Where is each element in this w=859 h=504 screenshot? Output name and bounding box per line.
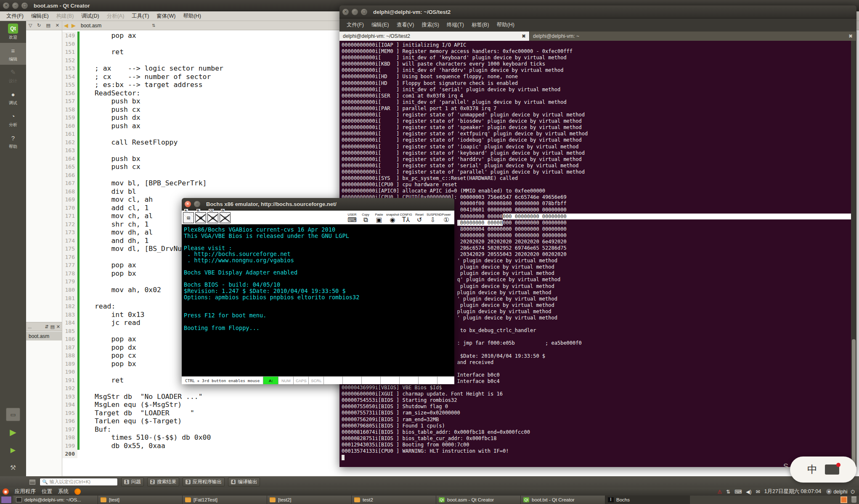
open-document-item[interactable]: boot.asm bbox=[26, 332, 62, 340]
taskbar-button[interactable]: [Fat12Test] bbox=[183, 496, 267, 504]
sync-icon[interactable]: ↻ bbox=[37, 23, 41, 28]
workspace-switcher[interactable] bbox=[1, 496, 12, 504]
menu-item[interactable]: 标签(B) bbox=[468, 20, 493, 30]
kit-selector[interactable]: ▭ bbox=[0, 406, 26, 423]
cdrom-icon[interactable]: ◎CD bbox=[207, 212, 218, 223]
menu-item[interactable]: 窗体(W) bbox=[153, 11, 179, 21]
taskbar-button[interactable]: IBochs bbox=[605, 496, 690, 504]
close-tab-icon[interactable]: ✖ bbox=[522, 33, 526, 39]
sidebar-item-edit-document[interactable]: ≡编辑 bbox=[0, 43, 26, 65]
sidebar-item-help-circle[interactable]: ?帮助 bbox=[0, 130, 26, 152]
minimize-icon[interactable]: − bbox=[194, 201, 200, 207]
panel-clock[interactable]: 1月27日星期六 08:07:04 bbox=[764, 488, 822, 495]
menu-item[interactable]: 终端(T) bbox=[443, 20, 468, 30]
taskbar-button[interactable]: Qtboot.asm - Qt Creator bbox=[436, 496, 521, 504]
trash-icon[interactable] bbox=[851, 496, 856, 503]
menu-item[interactable]: 搜索(S) bbox=[418, 20, 443, 30]
close-icon[interactable]: ✕ bbox=[342, 9, 349, 15]
chevron-updown-icon[interactable]: ⇅ bbox=[152, 23, 155, 28]
taskbar-button[interactable]: [test2] bbox=[267, 496, 352, 504]
output-pane-button-2[interactable]: 2搜索结果 bbox=[147, 478, 180, 486]
menu-item[interactable]: 文件(F) bbox=[343, 20, 368, 30]
maximize-icon[interactable]: ▢ bbox=[361, 9, 367, 15]
power-button[interactable]: Power① bbox=[440, 213, 453, 223]
sidebar-item-debug-bug[interactable]: ●调试 bbox=[0, 87, 26, 108]
terminal-tab[interactable]: delphi@delphi-vm: ~/OS/test2✖ bbox=[339, 32, 530, 41]
menu-item[interactable]: 编辑(E) bbox=[368, 20, 393, 30]
debug-run-button[interactable]: ▶ bbox=[0, 441, 26, 459]
sort-icon[interactable]: ⇵ bbox=[45, 324, 48, 330]
forward-icon[interactable]: ▶ bbox=[72, 22, 76, 29]
terminal-row: 00000754553i[BIOS ] Starting rombios32 bbox=[342, 397, 851, 404]
software-center-icon[interactable] bbox=[840, 496, 847, 503]
user-button[interactable]: USER⌨ bbox=[346, 213, 358, 223]
sidebar-item-qt-logo[interactable]: Qt欢迎 bbox=[0, 21, 26, 43]
taskbar-button[interactable]: test2 bbox=[352, 496, 436, 504]
build-button[interactable]: ⚒ bbox=[0, 459, 26, 476]
power-icon[interactable]: ⏻ bbox=[851, 489, 855, 495]
menu-item[interactable]: 工具(T) bbox=[128, 11, 153, 21]
close-pane-icon[interactable]: ✕ bbox=[56, 23, 59, 28]
taskbar-button[interactable]: [test] bbox=[98, 496, 183, 504]
suspend-button[interactable]: SUSPEND⇩ bbox=[427, 213, 439, 223]
menu-item[interactable]: 帮助(H) bbox=[179, 11, 204, 21]
paste-button[interactable]: Paste▣ bbox=[373, 213, 385, 223]
taskbar-button[interactable]: delphi@delphi-vm: ~/OS... bbox=[13, 496, 98, 504]
close-icon[interactable]: ✕ bbox=[185, 201, 191, 207]
terminal-titlebar[interactable]: ✕ − ▢ delphi@delphi-vm: ~/OS/test2 bbox=[339, 5, 856, 18]
menu-item[interactable]: 文件(F) bbox=[3, 11, 27, 21]
config-button[interactable]: CONFIGT⅄ bbox=[400, 213, 412, 223]
terminal-tab[interactable]: delphi@delphi-vm: ~✖ bbox=[530, 32, 856, 41]
minimize-icon[interactable]: − bbox=[12, 3, 19, 9]
open-documents-header[interactable]: ... ⇵ ▤ ✕ bbox=[26, 322, 62, 331]
output-pane-button-4[interactable]: 4编译输出 bbox=[228, 478, 260, 486]
panel-user[interactable]: ✦ delphi bbox=[826, 489, 847, 495]
mode-label: 设计 bbox=[9, 78, 17, 84]
bochs-emulated-screen[interactable]: Plex86/Bochs VGABios current-cvs 16 Apr … bbox=[182, 224, 454, 376]
panel-menu[interactable]: 位置 bbox=[42, 488, 52, 495]
keyboard-layout-icon[interactable]: ⌨ bbox=[734, 489, 742, 495]
ubuntu-logo-icon[interactable]: ◉ bbox=[3, 488, 9, 495]
volume-icon[interactable]: ◀) bbox=[746, 489, 751, 495]
file-combo[interactable]: boot.asm bbox=[81, 23, 101, 29]
locator-input[interactable]: 🔍 输入以定位(Ctrl+K) bbox=[40, 478, 118, 486]
split-icon[interactable]: ▤ bbox=[46, 23, 50, 28]
menu-item[interactable]: 调试(D) bbox=[77, 11, 103, 21]
menu-item[interactable]: 查看(V) bbox=[393, 20, 418, 30]
virtual-keyboard-icon[interactable] bbox=[825, 464, 839, 475]
menu-item[interactable]: 帮助(H) bbox=[493, 20, 518, 30]
maximize-icon[interactable]: ▢ bbox=[21, 3, 28, 9]
close-icon[interactable]: ✕ bbox=[3, 3, 9, 9]
code-text: mov ch, al bbox=[80, 212, 153, 220]
close-icon[interactable]: ✕ bbox=[56, 324, 60, 330]
output-panel-toggle-icon[interactable] bbox=[29, 480, 35, 485]
reset-button[interactable]: Reset↺ bbox=[413, 213, 426, 223]
input-method-lang-label[interactable]: 中 bbox=[807, 463, 817, 476]
warning-icon[interactable]: ⚠ bbox=[717, 489, 722, 495]
filter-icon[interactable]: ▽ bbox=[29, 23, 32, 28]
mail-icon[interactable]: ✉ bbox=[756, 489, 760, 495]
panel-menu[interactable]: 应用程序 bbox=[15, 488, 36, 495]
network-updown-icon[interactable]: ⇅ bbox=[726, 489, 730, 495]
sidebar-item-analyze-gauge[interactable]: ◔分析 bbox=[0, 108, 26, 130]
input-method-pill[interactable]: 中 bbox=[790, 457, 856, 483]
menu-item[interactable]: 编辑(E) bbox=[27, 11, 53, 21]
pane-number: 2 bbox=[150, 480, 155, 484]
split-icon[interactable]: ▤ bbox=[50, 324, 54, 330]
snapshot-button[interactable]: snapshot◉ bbox=[386, 213, 399, 223]
copy-button[interactable]: Copy⧉ bbox=[359, 213, 372, 223]
floppy-b-icon[interactable]: ▤B: bbox=[195, 212, 206, 223]
terminal-scrollbar[interactable] bbox=[851, 41, 856, 467]
floppy-a-icon[interactable]: ▤A: bbox=[183, 212, 194, 223]
minimize-icon[interactable]: − bbox=[352, 9, 358, 15]
panel-menu[interactable]: 系统 bbox=[58, 488, 69, 495]
taskbar-button[interactable]: Qtboot.txt - Qt Creator bbox=[521, 496, 605, 504]
output-pane-button-3[interactable]: 3应用程序输出 bbox=[183, 478, 225, 486]
output-pane-button-1[interactable]: 1问题 bbox=[121, 478, 144, 486]
mouse-capture-icon[interactable]: ▯IN bbox=[220, 212, 231, 223]
close-tab-icon[interactable]: ✖ bbox=[848, 33, 853, 39]
scrollbar-thumb[interactable] bbox=[852, 339, 856, 465]
run-button[interactable]: ▶ bbox=[0, 423, 26, 441]
back-icon[interactable]: ◀ bbox=[64, 22, 68, 29]
firefox-icon[interactable] bbox=[74, 488, 81, 495]
